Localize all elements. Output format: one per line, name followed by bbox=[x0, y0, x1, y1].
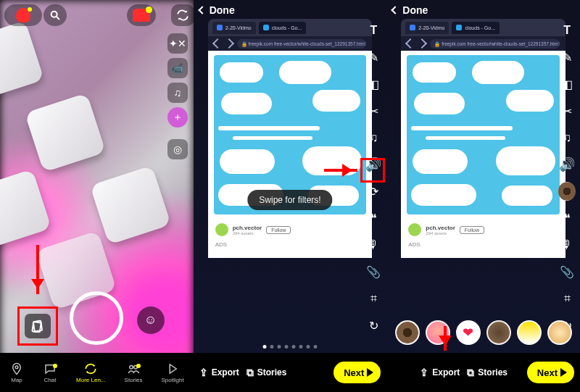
nav-spotlight[interactable]: Spotlight bbox=[162, 362, 184, 383]
draw-tool-button[interactable]: ✎ bbox=[365, 49, 382, 66]
scissors-icon: ✂ bbox=[369, 104, 378, 118]
profile-button[interactable] bbox=[4, 4, 42, 26]
export-button[interactable]: ⇪ Export bbox=[199, 367, 239, 378]
sticker-tool-button[interactable]: ◧ bbox=[558, 75, 576, 93]
spotlight-icon bbox=[165, 362, 180, 375]
browser-tab-active: clouds - Go... bbox=[452, 22, 500, 34]
gallery-upload-button[interactable] bbox=[25, 314, 51, 338]
author-assets: 294 assets bbox=[426, 231, 455, 235]
scissors-tool-button[interactable]: ✂ bbox=[558, 102, 576, 120]
browser-tab: 2-20-Vidmo bbox=[212, 22, 256, 34]
follow-button: Follow bbox=[266, 226, 291, 234]
shutter-button[interactable] bbox=[70, 291, 123, 345]
annotation-highlight-timer bbox=[360, 158, 385, 183]
lens-option[interactable] bbox=[395, 320, 420, 345]
scan-icon: ◎ bbox=[173, 143, 182, 155]
lens-option[interactable] bbox=[486, 320, 511, 345]
svg-point-5 bbox=[130, 365, 133, 369]
paperclip-icon: 📎 bbox=[366, 265, 381, 279]
sticker-icon: ◧ bbox=[562, 78, 573, 91]
done-button[interactable]: Done bbox=[199, 4, 235, 16]
add-tool-button[interactable]: ＋ bbox=[167, 107, 188, 128]
editor-screen-1: Done 2-20-Vidmo clouds - Go... 🔒 freepik… bbox=[194, 0, 387, 392]
next-button[interactable]: Next bbox=[334, 362, 381, 383]
timer-icon: ⟳ bbox=[369, 185, 378, 199]
done-button[interactable]: Done bbox=[392, 4, 428, 16]
quote-tool-button[interactable]: ❝ bbox=[558, 209, 576, 227]
author-name: pch.vector bbox=[426, 225, 455, 231]
forward-arrow-icon bbox=[417, 38, 427, 49]
music-icon: ♫ bbox=[563, 131, 571, 144]
crop-tool-button[interactable]: ⌗ bbox=[365, 290, 382, 307]
flip-camera-button[interactable] bbox=[171, 4, 194, 26]
nav-lenses[interactable]: More Len... bbox=[76, 362, 105, 383]
lenses-icon bbox=[83, 362, 98, 375]
text-tool-button[interactable]: T bbox=[558, 22, 576, 39]
plus-icon: ＋ bbox=[173, 111, 183, 124]
quote-tool-button[interactable]: ❝ bbox=[365, 209, 382, 227]
music-button[interactable]: ♫ bbox=[167, 83, 188, 103]
nav-stories[interactable]: Stories bbox=[125, 362, 143, 383]
next-button[interactable]: Next bbox=[527, 362, 574, 383]
sticker-icon: ◧ bbox=[368, 78, 379, 91]
music-tool-button[interactable]: ♫ bbox=[365, 129, 382, 146]
editor-screen-2: Done 2-20-Vidmo clouds - Go... 🔒 freepik… bbox=[386, 0, 580, 392]
swipe-filters-toast: Swipe for filters! bbox=[247, 190, 332, 210]
nav-label: Map bbox=[11, 377, 22, 383]
loop-tool-button[interactable]: ↻ bbox=[365, 317, 382, 334]
nav-label: More Len... bbox=[76, 377, 105, 383]
lens-carousel[interactable]: ❤ bbox=[386, 312, 580, 353]
lens-option[interactable] bbox=[547, 320, 572, 345]
flash-button[interactable]: ✦✕ bbox=[167, 33, 188, 54]
text-tool-button[interactable]: T bbox=[365, 22, 382, 39]
ads-label: ADS bbox=[215, 241, 227, 248]
url-bar: 🔒 freepik.com free-vector/white-clouds-s… bbox=[237, 39, 367, 49]
search-button[interactable] bbox=[44, 4, 67, 26]
nav-map[interactable]: Map bbox=[9, 362, 24, 383]
audio-tool-button[interactable]: 🔊 bbox=[558, 156, 576, 173]
paperclip-icon: 📎 bbox=[560, 265, 574, 279]
notification-dot-icon bbox=[136, 364, 141, 368]
sticker-tool-button[interactable]: ◧ bbox=[365, 75, 382, 93]
nav-chat[interactable]: Chat bbox=[43, 362, 57, 383]
timer-lens-button[interactable] bbox=[558, 183, 576, 200]
captured-browser-window: 2-20-Vidmo clouds - Go... 🔒 freepik.com … bbox=[208, 19, 373, 258]
voice-tool-button[interactable]: 🎙 bbox=[365, 236, 382, 254]
lens-option[interactable]: ❤ bbox=[456, 320, 481, 345]
stories-button[interactable]: ⧉ Stories bbox=[467, 367, 508, 379]
add-friend-icon bbox=[133, 9, 150, 22]
draw-tool-button[interactable]: ✎ bbox=[558, 49, 576, 66]
attach-tool-button[interactable]: 📎 bbox=[558, 263, 576, 280]
video-icon: 📹 bbox=[171, 62, 183, 74]
annotation-arrow-right-icon bbox=[324, 169, 357, 172]
nav-label: Stories bbox=[125, 377, 143, 383]
text-icon: T bbox=[370, 24, 377, 37]
attach-tool-button[interactable]: 📎 bbox=[365, 263, 382, 280]
flash-off-icon: ✦✕ bbox=[169, 38, 186, 49]
text-icon: T bbox=[563, 24, 571, 37]
stories-button[interactable]: ⧉ Stories bbox=[246, 367, 287, 379]
timer-tool-button[interactable]: ⟳ bbox=[365, 183, 382, 200]
music-tool-button[interactable]: ♫ bbox=[558, 129, 576, 146]
crop-icon: ⌗ bbox=[564, 292, 571, 305]
scissors-tool-button[interactable]: ✂ bbox=[365, 102, 382, 120]
add-friends-button[interactable] bbox=[127, 4, 156, 26]
crop-tool-button[interactable]: ⌗ bbox=[558, 290, 576, 307]
stories-icon: ⧉ bbox=[467, 367, 474, 379]
voice-tool-button[interactable]: 🎙 bbox=[558, 236, 576, 254]
video-mode-button[interactable]: 📹 bbox=[167, 58, 188, 78]
nav-label: Spotlight bbox=[162, 377, 184, 383]
lens-option[interactable] bbox=[517, 320, 542, 345]
search-icon bbox=[49, 9, 61, 21]
done-label: Done bbox=[210, 4, 235, 16]
lens-carousel-button[interactable]: ☺ bbox=[137, 306, 165, 334]
smiley-icon: ☺ bbox=[144, 313, 157, 328]
map-pin-icon bbox=[9, 362, 24, 375]
export-button[interactable]: ⇪ Export bbox=[420, 367, 460, 378]
scan-button[interactable]: ◎ bbox=[167, 139, 188, 159]
author-name: pch.vector bbox=[233, 225, 262, 231]
editor-toolbar: T ✎ ◧ ✂ ♫ 🔊 ❝ 🎙 📎 ⌗ ↻ bbox=[558, 22, 576, 334]
author-avatar-icon bbox=[408, 223, 421, 236]
editor-bottom-bar: ⇪ Export ⧉ Stories Next bbox=[386, 353, 580, 392]
follow-button: Follow bbox=[460, 226, 484, 234]
